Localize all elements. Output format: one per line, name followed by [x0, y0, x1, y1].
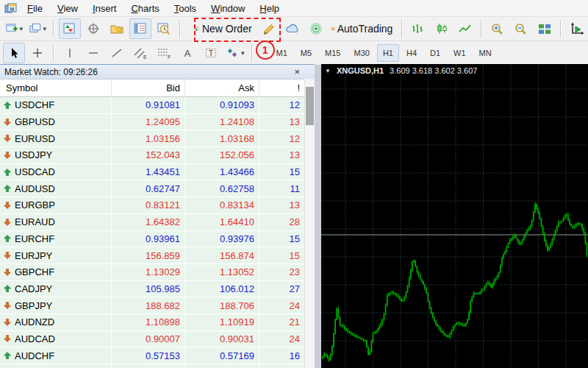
cursor-tool-button[interactable]: [3, 43, 25, 63]
timeframe-h4[interactable]: H4: [401, 44, 423, 62]
menu-insert[interactable]: Insert: [85, 1, 124, 15]
menu-file[interactable]: File: [20, 1, 50, 15]
spread-cell: 24: [259, 331, 304, 347]
text-label-icon: T: [204, 46, 218, 60]
menu-view[interactable]: View: [50, 1, 85, 15]
menu-help[interactable]: Help: [252, 1, 287, 15]
market-watch-row-audusd[interactable]: AUDUSD0.627470.6275811: [0, 180, 315, 197]
symbol-cell: EURCHF: [0, 231, 112, 247]
arrow-down-icon: [4, 219, 11, 226]
spread-cell: 11: [259, 180, 304, 197]
timeframe-d1[interactable]: D1: [424, 44, 446, 62]
timeframe-m1[interactable]: M1: [270, 44, 293, 62]
text-label-tool-button[interactable]: T: [200, 43, 222, 63]
symbol-cell: CADJPY: [0, 281, 112, 297]
market-watch-row-gbpusd[interactable]: GBPUSD1.240951.2410813: [0, 114, 315, 131]
fibonacci-tool-button[interactable]: F: [153, 43, 175, 63]
tile-windows-button[interactable]: [534, 18, 556, 39]
tester-axis-icon: [570, 22, 584, 35]
timeframe-m5[interactable]: M5: [295, 44, 318, 62]
bar-chart-button[interactable]: [407, 18, 429, 39]
ask-cell: 1.43466: [185, 164, 259, 180]
candlestick-chart-button[interactable]: [431, 18, 453, 39]
profiles-button[interactable]: ▾: [26, 18, 49, 39]
signals-button[interactable]: [305, 18, 327, 39]
chevron-down-icon[interactable]: ▾: [241, 49, 245, 57]
signals-icon: [309, 22, 323, 35]
bid-cell: 0.91081: [112, 97, 185, 113]
symbol-cell: GBPJPY: [0, 297, 112, 314]
bid-cell: 0.93961: [112, 231, 185, 247]
arrow-down-icon: [4, 152, 11, 159]
spread-cell: 15: [259, 247, 304, 263]
strategy-tester-button[interactable]: [153, 18, 175, 39]
chart-header: ▼ XNGUSD,H1 3.609 3.618 3.602 3.607: [325, 66, 477, 75]
scrollbar-thumb[interactable]: [306, 87, 314, 125]
metaeditor-pencil-icon: [262, 22, 276, 35]
market-watch-row-cadjpy[interactable]: CADJPY105.985106.01227: [0, 281, 315, 298]
market-watch-row-eurchf[interactable]: EURCHF0.939610.9397615: [0, 231, 315, 248]
metaeditor-button[interactable]: [258, 18, 280, 39]
autotrading-button[interactable]: AutoTrading: [329, 18, 398, 39]
ask-cell: 156.874: [185, 247, 259, 263]
equidistant-channel-tool-button[interactable]: E: [129, 43, 151, 63]
timeframe-w1[interactable]: W1: [448, 44, 472, 62]
column-symbol[interactable]: Symbol: [0, 79, 112, 96]
menu-charts[interactable]: Charts: [123, 1, 166, 15]
timeframe-mn[interactable]: MN: [473, 44, 498, 62]
market-watch-row-usdcad[interactable]: USDCAD1.434511.4346615: [0, 164, 315, 181]
market-watch-row-gbpchf[interactable]: GBPCHF1.130291.1305223: [0, 264, 315, 281]
candlestick-chart[interactable]: [321, 64, 588, 368]
market-watch-row-euraud[interactable]: EURAUD1.643821.6441028: [0, 214, 315, 231]
column-bid[interactable]: Bid: [112, 79, 185, 96]
chevron-down-icon[interactable]: ▾: [43, 25, 46, 32]
market-watch-row-usdchf[interactable]: USDCHF0.910810.9109312: [0, 97, 315, 114]
crosshair-tool-button[interactable]: [26, 43, 49, 63]
zoom-out-button[interactable]: [510, 18, 532, 39]
market-watch-row-eurgbp[interactable]: EURGBP0.831210.8313413: [0, 197, 315, 214]
symbol-cell: GBPUSD: [0, 114, 112, 130]
market-watch-row-audnzd[interactable]: AUDNZD1.108981.1091921: [0, 314, 315, 331]
market-watch-row-eurjpy[interactable]: EURJPY156.859156.87415: [0, 247, 315, 264]
timeframe-m30[interactable]: M30: [348, 44, 376, 62]
new-order-button[interactable]: New Order: [193, 18, 257, 39]
market-watch-row-eurusd[interactable]: EURUSD1.031561.0316812: [0, 130, 315, 147]
market-watch-row-usdjpy[interactable]: USDJPY152.043152.05613: [0, 147, 315, 164]
new-chart-button[interactable]: ▾: [3, 18, 25, 39]
market-watch-scrollbar[interactable]: [304, 79, 315, 368]
navigator-button[interactable]: [106, 18, 128, 39]
market-watch-toggle-button[interactable]: [59, 18, 81, 39]
market-watch-row-audjpy[interactable]: AUDJPY95.40995.42617: [0, 364, 315, 368]
close-icon[interactable]: ×: [294, 67, 300, 77]
terminal-toggle-button[interactable]: [129, 18, 151, 39]
column-ask[interactable]: Ask: [185, 79, 259, 96]
market-watch-row-audcad[interactable]: AUDCAD0.900070.9003124: [0, 331, 315, 348]
horizontal-line-tool-button[interactable]: [82, 43, 104, 63]
vertical-line-tool-button[interactable]: [59, 43, 81, 63]
arrows-tool-button[interactable]: ▾: [223, 43, 247, 63]
market-watch-row-audchf[interactable]: AUDCHF0.571530.5716916: [0, 347, 315, 364]
symbol-cell: EURUSD: [0, 130, 112, 146]
market-watch-row-gbpjpy[interactable]: GBPJPY188.682188.70624: [0, 297, 315, 314]
data-window-button[interactable]: [82, 18, 104, 39]
timeframe-h1[interactable]: H1: [377, 44, 399, 62]
collapse-triangle-icon[interactable]: ▼: [325, 68, 331, 74]
spread-cell: 17: [259, 364, 304, 368]
ask-cell: 106.012: [185, 281, 259, 297]
cloud-button[interactable]: [282, 18, 304, 39]
column-spread[interactable]: !: [259, 79, 304, 96]
line-chart-button[interactable]: [454, 18, 476, 39]
menu-window[interactable]: Window: [204, 1, 252, 15]
chart-window[interactable]: ▼ XNGUSD,H1 3.609 3.618 3.602 3.607: [321, 64, 588, 368]
trendline-tool-button[interactable]: [106, 43, 128, 63]
tester-panel-button[interactable]: [566, 18, 588, 39]
bid-cell: 1.13029: [112, 264, 185, 280]
symbol-cell: AUDNZD: [0, 314, 112, 330]
menu-tools[interactable]: Tools: [167, 1, 204, 15]
svg-text:F: F: [168, 54, 171, 60]
chevron-down-icon[interactable]: ▾: [19, 25, 23, 32]
timeframe-m15[interactable]: M15: [319, 44, 346, 62]
zoom-in-button[interactable]: [487, 18, 509, 39]
text-tool-button[interactable]: A: [176, 43, 198, 63]
ask-cell: 1.24108: [185, 114, 259, 130]
